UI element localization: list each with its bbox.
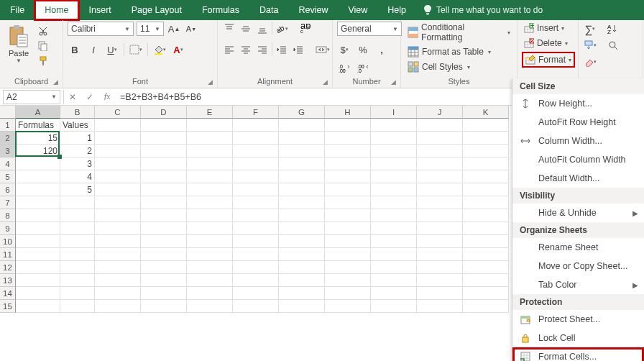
cell[interactable]	[141, 145, 187, 157]
insert-cells-button[interactable]: Insert▾	[522, 22, 575, 35]
cell[interactable]	[325, 132, 371, 145]
cell[interactable]	[233, 183, 279, 196]
cell[interactable]	[417, 261, 463, 274]
merge-center-button[interactable]: ▾	[316, 42, 330, 57]
cell[interactable]	[141, 183, 187, 196]
font-color-button[interactable]: A▾	[171, 42, 185, 57]
cell[interactable]	[16, 183, 60, 196]
cell[interactable]	[60, 235, 95, 248]
menu-hide-unhide[interactable]: Hide & Unhide▶	[512, 204, 644, 222]
row-header[interactable]: 9	[0, 222, 16, 235]
cell[interactable]	[16, 222, 60, 235]
wrap-text-button[interactable]: abc	[299, 22, 313, 36]
cell[interactable]	[95, 235, 141, 248]
cell[interactable]	[417, 119, 463, 132]
cell[interactable]	[417, 157, 463, 170]
cell[interactable]	[463, 261, 509, 274]
cell[interactable]	[279, 222, 325, 235]
cell[interactable]	[371, 274, 417, 287]
cell[interactable]	[463, 274, 509, 287]
menu-tab-color[interactable]: Tab Color▶	[512, 275, 644, 294]
cell[interactable]	[371, 170, 417, 183]
cell[interactable]	[233, 196, 279, 209]
row-header[interactable]: 10	[0, 235, 16, 248]
cell[interactable]	[187, 209, 233, 222]
cell[interactable]	[16, 209, 60, 222]
cell[interactable]	[371, 145, 417, 157]
cell[interactable]	[279, 235, 325, 248]
cell[interactable]	[60, 274, 95, 287]
tab-insert[interactable]: Insert	[79, 0, 121, 20]
cell[interactable]	[95, 287, 141, 300]
cell[interactable]	[187, 119, 233, 132]
cell[interactable]	[16, 261, 60, 274]
increase-indent-button[interactable]	[291, 42, 305, 57]
cell[interactable]: 1	[60, 132, 95, 145]
align-top-button[interactable]	[222, 22, 236, 36]
cell[interactable]	[279, 274, 325, 287]
cell-styles-button[interactable]: Cell Styles▾	[405, 60, 512, 73]
align-middle-button[interactable]	[239, 22, 253, 36]
cell[interactable]	[95, 170, 141, 183]
cell[interactable]	[233, 235, 279, 248]
fill-color-button[interactable]: ▾	[152, 42, 167, 57]
cell[interactable]	[417, 235, 463, 248]
menu-format-cells[interactable]: Format Cells...	[512, 347, 644, 361]
column-header[interactable]: B	[60, 106, 95, 119]
underline-button[interactable]: U▾	[105, 42, 119, 57]
accounting-format-button[interactable]: $▾	[337, 42, 351, 57]
cell[interactable]: Values	[60, 119, 95, 132]
dialog-launcher-icon[interactable]: ◢	[208, 78, 213, 86]
cell[interactable]	[325, 248, 371, 261]
column-header[interactable]: E	[187, 106, 233, 119]
cell[interactable]	[325, 170, 371, 183]
cell[interactable]	[371, 248, 417, 261]
cell[interactable]	[233, 170, 279, 183]
cell[interactable]	[463, 287, 509, 300]
cell[interactable]	[279, 209, 325, 222]
cell[interactable]	[60, 261, 95, 274]
cell[interactable]	[95, 196, 141, 209]
cell[interactable]	[233, 119, 279, 132]
copy-button[interactable]	[36, 40, 50, 52]
cell[interactable]	[371, 196, 417, 209]
cell[interactable]	[463, 170, 509, 183]
cell[interactable]	[417, 248, 463, 261]
menu-row-height[interactable]: Row Height...	[512, 94, 644, 113]
cell[interactable]	[141, 287, 187, 300]
cell[interactable]	[417, 132, 463, 145]
cell[interactable]	[279, 157, 325, 170]
menu-autofit-col-width[interactable]: AutoFit Column Width	[512, 150, 644, 169]
cell[interactable]	[279, 183, 325, 196]
cell[interactable]	[187, 222, 233, 235]
cell[interactable]	[60, 300, 95, 313]
cell[interactable]	[95, 209, 141, 222]
tab-home[interactable]: Home	[34, 0, 78, 20]
tab-page-layout[interactable]: Page Layout	[121, 0, 192, 20]
cell[interactable]	[141, 222, 187, 235]
cell[interactable]	[417, 183, 463, 196]
borders-button[interactable]: ▾	[129, 42, 143, 57]
enter-formula-button[interactable]: ✓	[81, 89, 98, 105]
cell[interactable]	[187, 170, 233, 183]
cell[interactable]	[279, 196, 325, 209]
align-right-button[interactable]	[255, 42, 270, 57]
tab-file[interactable]: File	[0, 0, 34, 20]
column-header[interactable]: C	[95, 106, 141, 119]
row-header[interactable]: 6	[0, 183, 16, 196]
cell[interactable]	[233, 274, 279, 287]
menu-move-copy-sheet[interactable]: Move or Copy Sheet...	[512, 257, 644, 275]
tab-review[interactable]: Review	[288, 0, 338, 20]
cell[interactable]	[325, 222, 371, 235]
cell[interactable]	[141, 274, 187, 287]
cell[interactable]	[187, 287, 233, 300]
column-header[interactable]: G	[279, 106, 325, 119]
format-painter-button[interactable]	[36, 55, 50, 68]
cell[interactable]	[325, 300, 371, 313]
decrease-indent-button[interactable]	[275, 42, 289, 57]
cell[interactable]	[325, 287, 371, 300]
cell[interactable]	[463, 235, 509, 248]
cell[interactable]	[371, 209, 417, 222]
cell[interactable]	[60, 196, 95, 209]
row-header[interactable]: 13	[0, 274, 16, 287]
